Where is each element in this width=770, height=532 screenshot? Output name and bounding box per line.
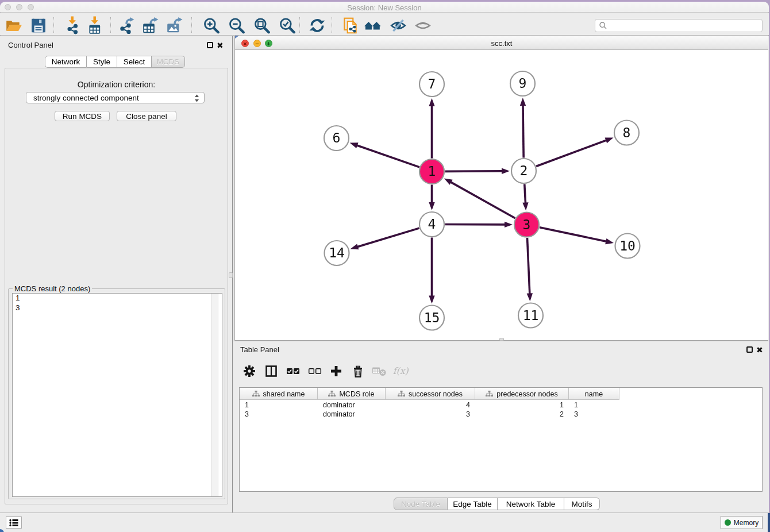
gear-button[interactable] — [241, 363, 258, 380]
table-tab-network-table[interactable]: Network Table — [498, 498, 564, 510]
deselect-all-button[interactable] — [306, 363, 324, 380]
control-tab-style[interactable]: Style — [87, 56, 117, 68]
network-graph: 1234678910111415 — [235, 51, 768, 340]
graph-node-6[interactable]: 6 — [324, 126, 349, 151]
table-panel-close-button[interactable]: ✖ — [756, 346, 763, 353]
memory-button[interactable]: Memory — [721, 516, 763, 529]
column-header-MCDS-role[interactable]: MCDS role — [318, 388, 386, 400]
select-all-button[interactable] — [284, 363, 302, 380]
column-header-successor-nodes[interactable]: successor nodes — [386, 388, 475, 400]
mcds-result-fieldset: MCDS result (2 nodes) 13 — [8, 288, 225, 499]
edge-3-1[interactable] — [449, 182, 515, 218]
first-neighbors-button[interactable] — [364, 16, 382, 34]
column-header-name[interactable]: name — [569, 388, 619, 400]
close-panel-button[interactable]: Close panel — [117, 111, 176, 121]
zoom-selected-button[interactable] — [278, 16, 297, 34]
export-image-button[interactable] — [165, 16, 184, 34]
graph-node-11[interactable]: 11 — [518, 303, 543, 328]
show-panels-button[interactable] — [6, 516, 22, 529]
network-window-titlebar[interactable]: × − + scc.txt — [235, 36, 768, 50]
edge-3-11[interactable] — [528, 238, 530, 295]
zoom-out-button[interactable] — [228, 16, 246, 34]
show-panel-button[interactable] — [414, 16, 432, 34]
graph-node-3[interactable]: 3 — [514, 213, 539, 237]
edge-2-9[interactable] — [523, 104, 523, 158]
search-input[interactable] — [595, 19, 763, 32]
panel-splitter-handle[interactable] — [229, 272, 233, 278]
main-toolbar — [0, 13, 769, 36]
import-network-button[interactable] — [63, 16, 82, 34]
memory-label: Memory — [734, 519, 759, 527]
graph-node-9[interactable]: 9 — [510, 71, 535, 96]
network-view-window: × − + scc.txt 1234678910111415 — [234, 36, 768, 341]
zoom-fit-button[interactable] — [253, 16, 271, 34]
svg-text:4: 4 — [428, 217, 436, 232]
table-tab-edge-table[interactable]: Edge Table — [448, 498, 498, 510]
add-row-button[interactable] — [328, 363, 345, 380]
edge-2-8[interactable] — [536, 140, 607, 166]
svg-text:f(x): f(x) — [393, 365, 409, 376]
table-panel-tabs: Node TableEdge TableNetwork TableMotifs — [394, 498, 600, 510]
control-panel-close-button[interactable]: ✖ — [217, 42, 224, 49]
table-cell: dominator — [318, 400, 386, 410]
toolbar-separator — [110, 17, 111, 33]
mcds-result-item[interactable]: 3 — [13, 303, 222, 313]
graph-node-8[interactable]: 8 — [614, 121, 639, 145]
graph-node-15[interactable]: 15 — [419, 306, 444, 330]
graph-node-1[interactable]: 1 — [419, 159, 444, 184]
delete-table-button — [371, 363, 388, 380]
window-title: Session: New Session — [0, 3, 769, 12]
edge-arrowhead — [505, 222, 513, 228]
control-panel-tabs: NetworkStyleSelectMCDS — [45, 56, 185, 68]
columns-button[interactable] — [263, 363, 280, 380]
hide-panel-button[interactable] — [389, 16, 407, 34]
table-tab-node-table[interactable]: Node Table — [394, 498, 448, 510]
control-panel-float-button[interactable] — [207, 42, 213, 48]
mcds-result-list[interactable]: 13 — [12, 293, 222, 497]
mcds-result-item[interactable]: 1 — [13, 294, 222, 303]
mcds-result-legend: MCDS result (2 nodes) — [13, 284, 92, 293]
import-table-button[interactable] — [86, 16, 104, 34]
refresh-button[interactable] — [308, 16, 326, 34]
table-row[interactable]: 3dominator323 — [240, 410, 619, 419]
optimization-criterion-select[interactable]: strongly connected component — [26, 92, 205, 103]
export-network-button[interactable] — [118, 16, 136, 34]
control-tab-network[interactable]: Network — [45, 56, 87, 68]
save-session-button[interactable] — [29, 16, 48, 34]
select-stepper-icon — [194, 94, 200, 103]
column-header-predecessor-nodes[interactable]: predecessor nodes — [475, 388, 569, 400]
edge-4-14[interactable] — [356, 228, 419, 247]
graph-node-14[interactable]: 14 — [325, 241, 349, 265]
edge-2-3[interactable] — [525, 184, 526, 204]
graph-node-4[interactable]: 4 — [419, 212, 444, 237]
table-row[interactable]: 1dominator411 — [240, 400, 619, 410]
zoom-in-button[interactable] — [202, 16, 221, 34]
svg-text:11: 11 — [523, 308, 539, 323]
control-tab-mcds[interactable]: MCDS — [152, 56, 185, 68]
canvas-splitter-handle[interactable] — [499, 338, 504, 341]
graph-node-10[interactable]: 10 — [615, 234, 640, 259]
open-file-button[interactable] — [5, 16, 23, 34]
edge-1-2[interactable] — [445, 171, 503, 172]
edge-arrowhead — [522, 202, 528, 210]
edge-1-6[interactable] — [356, 145, 419, 167]
delete-row-button[interactable] — [349, 363, 367, 380]
edge-arrowhead — [350, 244, 359, 249]
edge-arrowhead — [520, 98, 526, 106]
column-header-shared-name[interactable]: shared name — [240, 388, 318, 400]
main-area: Control Panel ✖ NetworkStyleSelectMCDS O… — [0, 36, 769, 512]
network-and-table-area: × − + scc.txt 1234678910111415 Table Pan… — [233, 36, 769, 512]
mcds-result-scrollbar[interactable] — [211, 294, 218, 496]
edge-3-10[interactable] — [540, 228, 607, 242]
table-panel-float-button[interactable] — [746, 346, 753, 353]
svg-text:15: 15 — [424, 310, 440, 325]
table-tab-motifs[interactable]: Motifs — [564, 498, 600, 510]
graph-node-2[interactable]: 2 — [511, 159, 536, 183]
manage-networks-button[interactable] — [341, 16, 360, 34]
control-tab-select[interactable]: Select — [117, 56, 152, 68]
memory-status-dot — [725, 519, 731, 526]
run-mcds-button[interactable]: Run MCDS — [55, 111, 110, 121]
network-canvas[interactable]: 1234678910111415 — [235, 51, 768, 340]
export-table-button[interactable] — [141, 16, 160, 34]
graph-node-7[interactable]: 7 — [419, 72, 444, 97]
